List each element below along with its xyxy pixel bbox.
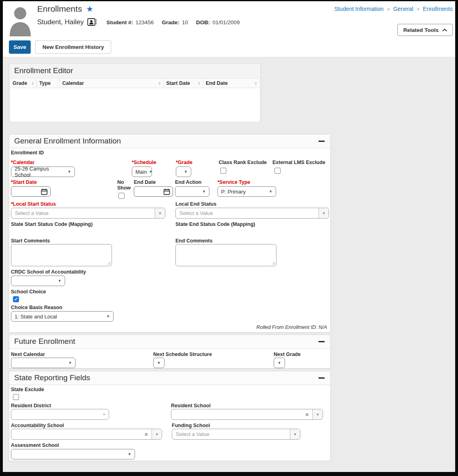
- end-date-label: End Date: [134, 179, 156, 185]
- calendar-icon[interactable]: [41, 188, 48, 195]
- funding-school-label: Funding School: [172, 423, 210, 428]
- check-icon: ✓: [14, 297, 18, 302]
- dropdown-arrow-icon[interactable]: ▼: [155, 208, 165, 218]
- resident-district-input[interactable]: ▼: [11, 409, 109, 420]
- breadcrumb-enrollments[interactable]: Enrollments: [423, 6, 453, 12]
- student-avatar: [8, 4, 32, 36]
- dropdown-arrow-icon[interactable]: ▼: [312, 409, 323, 419]
- calendar-select[interactable]: 25-26 Campus School ▼: [11, 166, 75, 177]
- sort-icon[interactable]: ▲▼: [198, 81, 201, 85]
- calendar-label: *Calendar: [11, 160, 34, 165]
- funding-school-select[interactable]: Select a Value ▼: [172, 429, 300, 440]
- enrollment-editor-panel: Enrollment Editor Grade ▲▼ Type Calendar…: [9, 63, 261, 121]
- local-start-status-select[interactable]: Select a Value ▼: [11, 208, 165, 219]
- next-grade-select[interactable]: ▼: [274, 358, 285, 368]
- accountability-school-label: Accountability School: [11, 423, 64, 428]
- school-choice-checkbox[interactable]: ✓: [13, 296, 19, 302]
- sort-icon[interactable]: ▲▼: [32, 81, 34, 85]
- choice-basis-reason-select[interactable]: 1: State and Local ▼: [11, 311, 114, 322]
- start-comments-textarea[interactable]: [11, 244, 112, 266]
- breadcrumb-general[interactable]: General: [393, 6, 414, 12]
- resize-handle-icon[interactable]: [271, 261, 275, 265]
- save-button[interactable]: Save: [9, 40, 31, 54]
- start-comments-label: Start Comments: [11, 238, 50, 244]
- person-icon: [8, 4, 32, 36]
- general-enrollment-panel: General Enrollment Information Enrollmen…: [9, 134, 331, 333]
- dropdown-arrow-icon: ▼: [184, 170, 188, 174]
- class-rank-exclude-label: Class Rank Exclude: [219, 160, 267, 165]
- student-card-icon[interactable]: [87, 18, 98, 26]
- dropdown-arrow-icon[interactable]: ▼: [319, 208, 329, 218]
- page-title-text: Enrollments: [37, 4, 82, 14]
- collapse-minus-icon[interactable]: [319, 377, 325, 379]
- general-enrollment-header: General Enrollment Information: [9, 135, 330, 148]
- column-header-calendar[interactable]: Calendar ▲▼: [60, 78, 164, 88]
- dropdown-arrow-icon: ▼: [68, 361, 72, 365]
- column-header-start-date[interactable]: Start Date ▲▼: [164, 78, 203, 88]
- resident-school-select[interactable]: × ▼: [171, 409, 323, 420]
- breadcrumb-separator-icon: >: [387, 6, 390, 12]
- dropdown-arrow-icon: ▼: [106, 314, 110, 318]
- end-action-select[interactable]: ▼: [175, 186, 209, 197]
- state-reporting-header: State Reporting Fields: [9, 371, 330, 385]
- collapse-minus-icon[interactable]: [319, 141, 325, 142]
- enrollment-editor-title: Enrollment Editor: [14, 66, 73, 75]
- state-exclude-checkbox[interactable]: [13, 394, 19, 400]
- page-header: Enrollments ★ Student, Hailey Student #:…: [3, 1, 455, 57]
- next-calendar-select[interactable]: ▼: [11, 358, 76, 368]
- no-show-label: No Show: [117, 179, 132, 191]
- assessment-school-select[interactable]: ▼: [11, 449, 135, 459]
- end-action-label: End Action: [175, 179, 202, 185]
- next-schedule-structure-select[interactable]: ▼: [153, 358, 165, 368]
- start-date-input[interactable]: [11, 186, 51, 197]
- breadcrumb-student-information[interactable]: Student Information: [334, 6, 384, 12]
- accountability-school-select[interactable]: × ▼: [11, 429, 162, 440]
- column-header-end-date[interactable]: End Date ▲▼: [203, 78, 260, 88]
- service-type-label: *Service Type: [217, 179, 250, 185]
- student-number-label: Student #:: [106, 19, 133, 25]
- column-header-type[interactable]: Type: [37, 78, 60, 88]
- related-tools-label: Related Tools: [403, 27, 439, 33]
- dropdown-arrow-icon: ▼: [103, 413, 106, 416]
- dropdown-arrow-icon: ▼: [68, 170, 71, 174]
- class-rank-exclude-checkbox[interactable]: [220, 168, 226, 174]
- related-tools-button[interactable]: Related Tools: [397, 24, 453, 36]
- schedule-label: *Schedule: [132, 160, 156, 165]
- next-schedule-structure-label: Next Schedule Structure: [153, 352, 212, 357]
- service-type-select[interactable]: P: Primary ▼: [217, 186, 276, 197]
- sort-icon[interactable]: ▲▼: [158, 81, 161, 85]
- sort-icon[interactable]: ▲▼: [255, 81, 257, 85]
- column-header-grade[interactable]: Grade ▲▼: [10, 78, 37, 88]
- new-enrollment-history-button[interactable]: New Enrollment History: [35, 40, 111, 54]
- dropdown-arrow-icon: ▼: [157, 361, 161, 365]
- dropdown-arrow-icon: ▼: [58, 279, 61, 283]
- resize-handle-icon[interactable]: [107, 261, 111, 265]
- resident-district-label: Resident District: [11, 403, 51, 409]
- end-date-input[interactable]: [134, 186, 173, 197]
- calendar-icon[interactable]: [163, 188, 170, 195]
- future-enrollment-panel: Future Enrollment Next Calendar ▼ Next S…: [9, 335, 331, 369]
- favorite-star-icon[interactable]: ★: [86, 4, 93, 14]
- dropdown-arrow-icon[interactable]: ▼: [290, 429, 300, 439]
- local-end-status-label: Local End Status: [175, 201, 216, 207]
- no-show-checkbox[interactable]: [118, 193, 125, 199]
- external-lms-exclude-checkbox[interactable]: [274, 168, 281, 174]
- dropdown-arrow-icon[interactable]: ▼: [152, 429, 162, 439]
- student-details: Student #: 123456 Grade: 10 DOB: 01/01/2…: [106, 19, 240, 25]
- page: Enrollments ★ Student, Hailey Student #:…: [3, 1, 455, 472]
- schedule-select[interactable]: Main ▼: [132, 166, 152, 177]
- student-summary: Student, Hailey Student #: 123456 Grade:…: [37, 18, 240, 26]
- breadcrumb-separator-icon: >: [416, 6, 420, 12]
- clear-icon[interactable]: ×: [141, 431, 152, 438]
- dropdown-arrow-icon: ▼: [278, 361, 281, 365]
- state-reporting-panel: State Reporting Fields State Exclude Res…: [9, 371, 331, 461]
- clear-icon[interactable]: ×: [302, 411, 312, 418]
- end-comments-textarea[interactable]: [175, 244, 276, 266]
- collapse-minus-icon[interactable]: [319, 341, 325, 342]
- crdc-school-select[interactable]: ▼: [11, 276, 65, 286]
- future-enrollment-header: Future Enrollment: [9, 335, 330, 349]
- chevron-up-icon: [442, 29, 447, 32]
- grade-select[interactable]: ▼: [176, 166, 191, 177]
- rolled-from-text: Rolled From Enrollment ID: N/A: [256, 324, 327, 330]
- local-end-status-select[interactable]: Select a Value ▼: [175, 208, 329, 219]
